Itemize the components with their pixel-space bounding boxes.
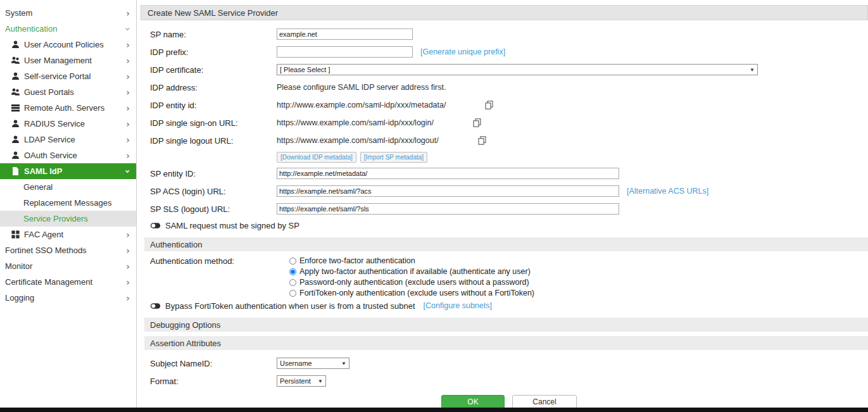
sidebar-item-label: Replacement Messages [23,198,131,208]
section-debugging-options[interactable]: Debugging Options [144,318,868,332]
section-authentication: Authentication [144,237,868,251]
auth-method-radio-1[interactable] [289,268,296,275]
chevron-right-icon [125,151,131,160]
idp-entity-id-label: IDP entity id: [150,101,277,110]
dropdown-arrow-icon: ▼ [341,361,346,366]
sidebar-item-label: Monitor [5,261,121,271]
metadata-buttons-row: [Download IDP metadata] [Import SP metad… [277,149,868,165]
chevron-right-icon [125,135,131,144]
sidebar-item-label: User Management [24,56,121,65]
sidebar-item-oauth-service[interactable]: OAuth Service [0,147,136,163]
form-row-idp-prefix: IDP prefix: [Generate unique prefix] [150,43,868,61]
auth-method-radio-2[interactable] [289,279,296,286]
auth-method-option-label: FortiToken-only authentication (exclude … [299,289,534,297]
sidebar-item-service-providers[interactable]: Service Providers [0,211,136,227]
sidebar-item-fac-agent[interactable]: FAC Agent [0,227,136,242]
import-sp-metadata-button[interactable]: [Import SP metadata] [360,152,427,163]
sidebar-item-user-management[interactable]: User Management [0,53,136,68]
sp-acs-url-input[interactable] [277,185,619,197]
configure-subnets-link[interactable]: [Configure subnets] [424,301,492,310]
auth-method-option-3[interactable]: FortiToken-only authentication (exclude … [289,288,534,298]
sidebar-item-guest-portals[interactable]: Guest Portals [0,84,136,100]
sidebar-item-system[interactable]: System [0,5,136,21]
auth-method-radio-3[interactable] [289,290,296,297]
dropdown-arrow-icon: ▼ [750,67,755,73]
format-select[interactable]: Persistent ▼ [277,375,326,387]
sidebar-item-logging[interactable]: Logging [0,290,136,306]
form-row-subject-nameid: Subject NameID: Username ▼ [150,354,868,372]
idp-prefix-input[interactable] [277,46,413,58]
sidebar-item-remote-auth-servers[interactable]: Remote Auth. Servers [0,100,136,116]
sidebar-item-label: Remote Auth. Servers [24,103,121,113]
form-row-sp-acs-url: SP ACS (login) URL: [Alternative ACS URL… [150,182,868,200]
chevron-right-icon [125,120,131,128]
sidebar-item-certificate-management[interactable]: Certificate Management [0,274,136,290]
main-content: Create New SAML Service Provider SP name… [141,5,868,408]
generate-unique-prefix-link[interactable]: [Generate unique prefix] [420,47,505,56]
sidebar-item-label: Service Providers [23,214,131,223]
page-title: Create New SAML Service Provider [141,5,868,20]
idp-certificate-label: IDP certificate: [150,65,277,75]
download-idp-metadata-button[interactable]: [Download IDP metadata] [277,152,356,163]
toggle-off-icon[interactable] [150,303,161,309]
section-title: Debugging Options [150,320,220,330]
bypass-fortitoken-toggle-label: Bypass FortiToken authentication when us… [165,301,415,311]
sp-form: SP name: IDP prefix: [Generate unique pr… [141,20,868,409]
form-row-idp-certificate: IDP certificate: [ Please Select ] ▼ [150,61,868,78]
sidebar-item-radius-service[interactable]: RADIUS Service [0,116,136,132]
saml-signed-toggle-label: SAML request must be signed by SP [165,221,299,230]
chevron-right-icon [125,56,131,65]
sidebar-item-fortinet-sso-methods[interactable]: Fortinet SSO Methods [0,242,136,258]
chevron-right-icon [125,262,131,271]
auth-method-options: Enforce two-factor authentication Apply … [289,256,534,298]
idp-address-label: IDP address: [150,83,277,92]
toggle-off-icon[interactable] [150,222,161,229]
sidebar-item-general[interactable]: General [0,179,136,195]
sidebar-item-user-account-policies[interactable]: User Account Policies [0,37,136,53]
cancel-button[interactable]: Cancel [512,395,577,409]
copy-icon[interactable] [478,136,486,145]
chevron-right-icon [125,88,131,97]
sidebar-item-ldap-service[interactable]: LDAP Service [0,132,136,147]
subject-nameid-value: Username [280,359,312,367]
sidebar-item-self-service-portal[interactable]: Self-service Portal [0,68,136,84]
sidebar-item-replacement-messages[interactable]: Replacement Messages [0,195,136,211]
sidebar-item-label: Authentication [5,24,121,34]
sp-sls-url-input[interactable] [277,203,619,215]
form-row-sp-name: SP name: [150,25,868,43]
idp-slo-url-label: IDP single logout URL: [150,136,277,146]
sidebar-item-saml-idp[interactable]: SAML IdP [0,163,136,179]
ok-button[interactable]: OK [441,395,505,409]
idp-certificate-value: [ Please Select ] [280,66,330,73]
form-row-sp-sls-url: SP SLS (logout) URL: [150,200,868,218]
idp-certificate-select[interactable]: [ Please Select ] ▼ [277,64,758,75]
auth-method-option-1[interactable]: Apply two-factor authentication if avail… [289,266,534,277]
copy-icon[interactable] [473,118,481,127]
guest-users-icon [11,87,20,97]
chevron-down-icon [123,26,132,32]
sidebar-item-monitor[interactable]: Monitor [0,258,136,274]
format-value: Persistent [280,377,311,385]
copy-icon[interactable] [485,101,493,109]
form-row-idp-entity-id: IDP entity id: http://www.example.com/sa… [150,96,868,114]
alternative-acs-urls-link[interactable]: [Alternative ACS URLs] [627,187,708,196]
subject-nameid-select[interactable]: Username ▼ [277,358,349,369]
auth-method-option-2[interactable]: Password-only authentication (exclude us… [289,277,534,287]
idp-entity-id-value: http://www.example.com/saml-idp/xxx/meta… [277,101,446,109]
auth-method-radio-0[interactable] [289,258,296,265]
sp-name-input[interactable] [277,28,413,40]
sp-entity-id-input[interactable] [277,168,619,179]
section-assertion-attributes: Assertion Attributes [144,336,868,350]
chevron-right-icon [125,72,131,81]
sidebar-item-label: OAuth Service [24,151,121,160]
sp-sls-url-label: SP SLS (logout) URL: [150,204,277,214]
chevron-right-icon [125,230,131,239]
grid-icon [11,230,20,239]
sidebar-item-label: System [5,8,121,18]
auth-method-row: Authentication method: Enforce two-facto… [150,256,868,298]
sidebar-item-label: Logging [5,293,121,303]
auth-method-option-0[interactable]: Enforce two-factor authentication [289,256,534,266]
idp-prefix-label: IDP prefix: [150,47,277,57]
sidebar-item-authentication[interactable]: Authentication [0,21,136,37]
footer-bar [0,408,868,412]
